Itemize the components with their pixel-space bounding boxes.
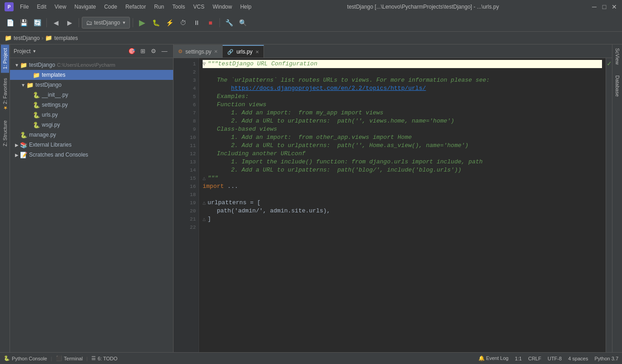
menu-vcs[interactable]: VCS [189, 3, 208, 11]
run-button[interactable]: ▶ [136, 16, 149, 29]
python-console-button[interactable]: 🐍 Python Console [4, 355, 47, 361]
line-num-2: 2 [181, 68, 199, 76]
code-line-21: △ ] [203, 215, 602, 223]
code-line-1: ▽ """testDjango URL Configuration [203, 60, 602, 68]
todo-button[interactable]: ☰ 6: TODO [91, 355, 118, 361]
tree-item-ext-libs[interactable]: ▶ 📚 External Libraries [10, 140, 173, 150]
menu-file[interactable]: File [16, 3, 32, 11]
tree-item-wsgi[interactable]: 🐍 wsgi.py [10, 120, 173, 130]
search-button[interactable]: 🔍 [236, 16, 249, 29]
toolbar-separator-3 [133, 18, 133, 27]
profile-button[interactable]: ⏱ [177, 16, 189, 29]
menu-edit[interactable]: Edit [33, 3, 50, 11]
window-controls: ─ □ ✕ [591, 4, 617, 10]
tab-urls-close[interactable]: ✕ [255, 49, 259, 54]
code-line-7: 1. Add an import: from my_app import vie… [203, 109, 602, 117]
tab-urls-py[interactable]: 🔗 urls.py ✕ [223, 45, 264, 58]
stop-button[interactable]: ■ [204, 16, 217, 29]
left-tab-structure[interactable]: Z: Structure [1, 117, 9, 150]
sync-button[interactable]: 🔄 [31, 16, 44, 29]
hide-button[interactable]: — [159, 46, 169, 56]
settings-button[interactable]: 🔧 [223, 16, 235, 29]
code-line-16: import ... [203, 182, 602, 191]
fold-marker-15[interactable]: △ [203, 174, 206, 182]
forward-button[interactable]: ▶ [63, 16, 76, 29]
gear-icon[interactable]: ⚙ [149, 46, 159, 56]
build-stop-button[interactable]: ⏸ [190, 16, 203, 29]
breadcrumb-project[interactable]: testDjango [14, 35, 40, 41]
menu-run[interactable]: Run [150, 3, 168, 11]
code-text-5: Examples: [203, 93, 249, 101]
tab-settings-close[interactable]: ✕ [214, 49, 218, 54]
tab-bar: ⚙ settings.py ✕ 🔗 urls.py ✕ [174, 44, 612, 58]
tab-settings-py[interactable]: ⚙ settings.py ✕ [174, 45, 223, 58]
code-content[interactable]: ▽ """testDjango URL Configuration The `u… [199, 58, 606, 352]
fold-marker-1[interactable]: ▽ [203, 60, 206, 68]
tree-item-urls[interactable]: 🐍 urls.py [10, 110, 173, 120]
right-tab-database[interactable]: Database [613, 72, 622, 100]
debug-button[interactable]: 🐛 [149, 16, 162, 29]
indent-setting[interactable]: 4 spaces [568, 356, 588, 361]
left-tab-project[interactable]: 1: Project [1, 44, 9, 73]
expand-arrow-scratch: ▶ [14, 152, 20, 157]
tree-item-settings[interactable]: 🐍 settings.py [10, 100, 173, 110]
app-logo: P [5, 2, 14, 11]
right-tab-scview[interactable]: ScView [613, 44, 622, 68]
locate-button[interactable]: 🎯 [127, 46, 137, 56]
code-line-9: Class-based views [203, 125, 602, 133]
fold-marker-19[interactable]: △ [203, 199, 206, 207]
breadcrumb-templates[interactable]: templates [54, 35, 78, 41]
tree-item-templates[interactable]: 📁 templates [10, 70, 173, 80]
code-line-10: 1. Add an import: from other_app.views i… [203, 133, 602, 142]
code-text-1: """testDjango URL Configuration [208, 60, 318, 68]
sidebar-title-text: Project [14, 48, 30, 54]
back-button[interactable]: ◀ [50, 16, 62, 29]
close-button[interactable]: ✕ [611, 4, 617, 10]
line-num-22: 22 [181, 223, 199, 231]
minimize-button[interactable]: ─ [591, 4, 597, 10]
menu-tools[interactable]: Tools [169, 3, 189, 11]
code-line-8: 2. Add a URL to urlpatterns: path('', vi… [203, 117, 602, 125]
menu-refactor[interactable]: Refactor [122, 3, 149, 11]
menu-help[interactable]: Help [237, 3, 255, 11]
left-tab-favorites[interactable]: ★2: Favorites [0, 74, 9, 114]
new-file-button[interactable]: 📄 [4, 16, 16, 29]
expand-button[interactable]: ⊞ [138, 46, 148, 56]
init-label: __init__.py [42, 92, 68, 98]
menu-view[interactable]: View [51, 3, 70, 11]
tree-item-scratches[interactable]: ▶ 📝 Scratches and Consoles [10, 150, 173, 160]
code-editor: 1 2 3 4 5 6 7 8 9 10 11 12 13 14 15 16 1… [174, 58, 612, 352]
project-selector[interactable]: 🗂 testDjango ▼ [82, 17, 130, 29]
menu-navigate[interactable]: Navigate [71, 3, 100, 11]
line-separator[interactable]: CRLF [528, 356, 541, 361]
encoding[interactable]: UTF-8 [547, 356, 562, 361]
py-file-icon: 🐍 [33, 92, 40, 98]
tab-urls-label: urls.py [236, 49, 252, 55]
tree-item-testdjango[interactable]: ▼ 📁 testDjango [10, 80, 173, 90]
code-link-4[interactable]: https://docs.djangoproject.com/en/2.2/to… [231, 84, 426, 93]
wsgi-py-label: wsgi.py [42, 122, 60, 128]
code-line-18 [203, 191, 602, 199]
menu-window[interactable]: Window [209, 3, 236, 11]
tree-item-manage[interactable]: 🐍 manage.py [10, 130, 173, 140]
status-bar-left: 🐍 Python Console | ⬛ Terminal | ☰ 6: TOD… [4, 355, 118, 361]
line-num-20: 20 [181, 207, 199, 215]
check-mark-icon: ✓ [607, 60, 612, 67]
code-text-10: 1. Add an import: from other_app.views i… [203, 133, 412, 142]
code-text-7: 1. Add an import: from my_app import vie… [203, 109, 383, 117]
tree-item-root[interactable]: ▼ 📁 testDjango C:\Users\Lenovo\Pycharm [10, 60, 173, 70]
code-text-6: Function views [203, 101, 266, 109]
terminal-button[interactable]: ⬛ Terminal [56, 355, 83, 361]
fold-marker-21[interactable]: △ [203, 215, 206, 223]
event-log-button[interactable]: 🔔 Event Log [478, 355, 509, 361]
sidebar-header: Project ▼ 🎯 ⊞ ⚙ — [10, 44, 173, 58]
maximize-button[interactable]: □ [601, 4, 607, 10]
coverage-button[interactable]: ⚡ [163, 16, 176, 29]
window-title: testDjango [...\Lenovo\PycharmProjects\t… [255, 4, 591, 10]
save-button[interactable]: 💾 [17, 16, 30, 29]
tree-item-init[interactable]: 🐍 __init__.py [10, 90, 173, 100]
menu-code[interactable]: Code [100, 3, 121, 11]
code-text-21: ] [208, 215, 211, 223]
cursor-position[interactable]: 1:1 [515, 356, 522, 361]
python-version[interactable]: Python 3.7 [594, 356, 618, 361]
